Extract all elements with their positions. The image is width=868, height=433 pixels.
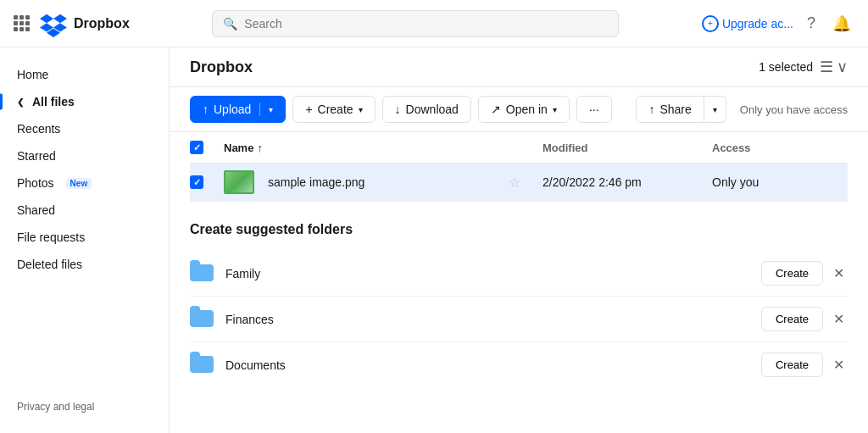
- create-button[interactable]: + Create ▾: [292, 96, 375, 123]
- row-checkbox-container: ✓: [190, 175, 224, 189]
- help-button[interactable]: ?: [804, 11, 819, 36]
- topbar-right: + Upgrade ac... ? 🔔: [702, 11, 854, 36]
- sidebar-chevron-all-files: ❮: [17, 97, 24, 107]
- folder-left-family: Family: [190, 264, 260, 283]
- create-documents-button[interactable]: Create: [761, 353, 823, 377]
- download-button[interactable]: ↓ Download: [382, 96, 471, 123]
- more-button[interactable]: ···: [576, 96, 612, 123]
- folder-name-family: Family: [225, 267, 260, 280]
- grid-icon[interactable]: [14, 15, 30, 31]
- search-container: 🔍: [212, 10, 619, 37]
- folder-icon-finances: [190, 310, 214, 329]
- sidebar-item-photos[interactable]: Photos New: [0, 169, 169, 197]
- share-caret-container: ▾ Copy shared link: [704, 99, 726, 120]
- header-check: ✓: [190, 141, 224, 154]
- page-title: Dropbox: [190, 58, 253, 76]
- sidebar-item-shared[interactable]: Shared: [0, 197, 169, 224]
- upgrade-button[interactable]: + Upgrade ac...: [702, 15, 793, 32]
- table-row[interactable]: ✓ sample image.png ☆ 2/20/2022 2:46 pm O…: [190, 164, 848, 202]
- main-header: Dropbox 1 selected ☰ ∨: [170, 47, 868, 87]
- download-icon: ↓: [395, 103, 401, 116]
- star-icon[interactable]: ☆: [509, 175, 520, 190]
- sidebar-item-all-files[interactable]: ❮ All files: [0, 88, 169, 115]
- sidebar-label-shared: Shared: [17, 203, 55, 217]
- row-star-cell: ☆: [509, 175, 542, 191]
- dropbox-logo[interactable]: Dropbox: [40, 10, 130, 37]
- upload-icon: ↑: [203, 103, 209, 116]
- folder-name-documents: Documents: [225, 358, 286, 372]
- share-button-group: ↑ Share ▾ Copy shared link: [636, 96, 726, 123]
- sidebar-label-starred: Starred: [17, 149, 56, 163]
- file-access: Only you: [712, 175, 759, 189]
- access-label: Only you have access: [740, 103, 848, 116]
- sidebar-item-starred[interactable]: Starred: [0, 142, 169, 169]
- folder-icon-family: [190, 264, 214, 283]
- upload-caret-icon[interactable]: ▾: [269, 105, 273, 114]
- sidebar-item-file-requests[interactable]: File requests: [0, 224, 169, 251]
- sidebar-item-recents[interactable]: Recents: [0, 115, 169, 142]
- main-content: Dropbox 1 selected ☰ ∨ ↑ Upload ▾ + Crea…: [170, 47, 868, 433]
- folder-icon-documents: [190, 356, 214, 375]
- share-caret-button[interactable]: ▾: [704, 99, 726, 120]
- share-icon: ↑: [648, 103, 654, 116]
- dismiss-documents-button[interactable]: ✕: [830, 353, 848, 376]
- folder-actions-family: Create ✕: [761, 261, 848, 286]
- sidebar-label-recents: Recents: [17, 122, 60, 136]
- folder-shape: [190, 356, 214, 373]
- row-checkbox[interactable]: ✓: [190, 175, 203, 189]
- list-item: Documents Create ✕: [190, 342, 848, 387]
- suggested-section: Create suggested folders Family Create ✕: [170, 202, 868, 408]
- folder-shape: [190, 310, 214, 327]
- share-main-button[interactable]: ↑ Share: [637, 97, 704, 122]
- sidebar-label-home: Home: [17, 68, 48, 81]
- more-label: ···: [589, 103, 599, 116]
- file-modified: 2/20/2022 2:46 pm: [542, 175, 642, 189]
- main-header-right: 1 selected ☰ ∨: [759, 58, 848, 76]
- topbar: Dropbox 🔍 + Upgrade ac... ? 🔔: [0, 0, 868, 47]
- sidebar-nav: Home ❮ All files Recents Starred Photos …: [0, 61, 169, 278]
- notifications-button[interactable]: 🔔: [829, 11, 854, 36]
- folder-actions-documents: Create ✕: [761, 353, 848, 377]
- logo-text: Dropbox: [74, 16, 130, 31]
- dismiss-family-button[interactable]: ✕: [830, 262, 848, 285]
- create-finances-button[interactable]: Create: [761, 307, 823, 331]
- header-access: Access: [712, 142, 848, 154]
- row-modified-cell: 2/20/2022 2:46 pm: [542, 175, 712, 189]
- select-all-checkbox[interactable]: ✓: [190, 141, 203, 154]
- folder-shape: [190, 264, 214, 281]
- row-access-cell: Only you: [712, 175, 848, 189]
- file-thumbnail-image: [225, 172, 253, 192]
- sidebar-label-photos: Photos: [17, 176, 54, 190]
- dismiss-finances-button[interactable]: ✕: [830, 308, 848, 330]
- upload-button[interactable]: ↑ Upload ▾: [190, 96, 286, 123]
- selected-count: 1 selected: [759, 60, 813, 74]
- sort-icon: ↑: [257, 142, 263, 154]
- create-caret-icon[interactable]: ▾: [359, 105, 363, 114]
- folder-left-finances: Finances: [190, 310, 274, 329]
- search-box[interactable]: 🔍: [212, 10, 619, 37]
- create-plus-icon: +: [305, 103, 312, 116]
- create-label: Create: [318, 103, 353, 116]
- file-name: sample image.png: [268, 175, 364, 189]
- download-label: Download: [406, 103, 459, 116]
- privacy-legal-link[interactable]: Privacy and legal: [0, 394, 169, 419]
- search-input[interactable]: [244, 17, 608, 31]
- sidebar-item-deleted-files[interactable]: Deleted files: [0, 251, 169, 278]
- sidebar-label-all-files: All files: [32, 95, 75, 108]
- dropbox-icon-svg: [40, 10, 67, 37]
- open-in-caret-icon[interactable]: ▾: [553, 105, 557, 114]
- folder-name-finances: Finances: [225, 313, 274, 326]
- sidebar-item-home[interactable]: Home: [0, 61, 169, 88]
- view-toggle[interactable]: ☰ ∨: [820, 58, 848, 76]
- view-chevron-icon: ∨: [837, 58, 848, 76]
- row-name-cell: sample image.png: [224, 170, 509, 194]
- header-name[interactable]: Name ↑: [224, 142, 509, 154]
- suggested-title: Create suggested folders: [190, 222, 848, 237]
- list-item: Finances Create ✕: [190, 297, 848, 342]
- folder-left-documents: Documents: [190, 356, 286, 375]
- create-family-button[interactable]: Create: [761, 261, 823, 286]
- open-in-button[interactable]: ↗ Open in ▾: [478, 96, 570, 123]
- upgrade-icon: +: [702, 15, 719, 32]
- sidebar-label-file-requests: File requests: [17, 230, 85, 244]
- list-item: Family Create ✕: [190, 251, 848, 297]
